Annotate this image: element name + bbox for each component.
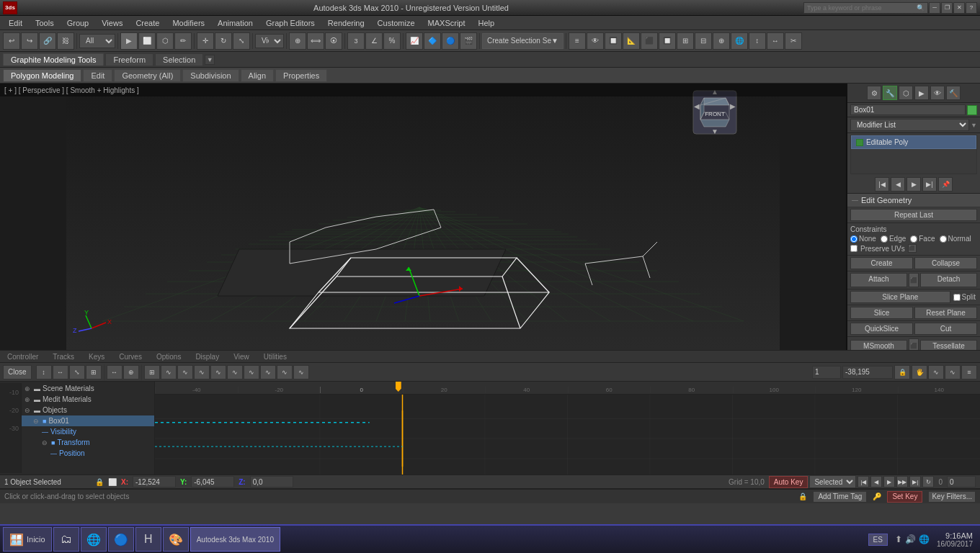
search-box[interactable]: 🔍 xyxy=(803,2,928,14)
toolbar-btn-6[interactable]: ⊟ xyxy=(695,32,712,50)
tl-func4[interactable]: ∿ xyxy=(210,365,226,379)
select-link-button[interactable]: 🔗 xyxy=(39,32,56,50)
key-icon[interactable]: 🔑 xyxy=(873,493,881,500)
close-button[interactable]: ✕ xyxy=(953,2,965,14)
constraint-none-radio[interactable]: None xyxy=(850,235,876,243)
tab-graphite-modeling-tools[interactable]: Graphite Modeling Tools xyxy=(3,53,104,66)
tl-func6[interactable]: ∿ xyxy=(244,365,259,379)
select-region-button[interactable]: ⬜ xyxy=(138,32,156,50)
undo-button[interactable]: ↩ xyxy=(3,32,20,50)
restore-button[interactable]: ❐ xyxy=(941,2,953,14)
tl-func7[interactable]: ∿ xyxy=(260,365,276,379)
menu-item-help[interactable]: Help xyxy=(473,17,501,29)
ctrl-view[interactable]: View xyxy=(229,353,254,361)
schematic-button[interactable]: 🔷 xyxy=(424,32,441,50)
x-coord-input[interactable] xyxy=(133,476,176,487)
key-filters-button[interactable]: Key Filters... xyxy=(928,491,976,503)
menu-item-create[interactable]: Create xyxy=(130,17,165,29)
scale-button[interactable]: ⤡ xyxy=(233,32,250,50)
tl-scroll[interactable]: ≡ xyxy=(961,365,977,379)
poly-tab-align[interactable]: Align xyxy=(241,69,274,82)
panel-icon-display2[interactable]: 👁 xyxy=(930,86,945,100)
tl-func3[interactable]: ∿ xyxy=(194,365,210,379)
taskbar-3dsmax-button[interactable]: Autodesk 3ds Max 2010 xyxy=(190,527,280,552)
toolbar-btn-1[interactable]: 🔲 xyxy=(605,32,622,50)
unlink-button[interactable]: ⛓ xyxy=(57,32,74,50)
select-lasso-button[interactable]: ⬡ xyxy=(156,32,174,50)
poly-tab-properties[interactable]: Properties xyxy=(275,69,327,82)
add-time-tag-button[interactable]: Add Time Tag xyxy=(813,491,867,503)
ctrl-curves[interactable]: Curves xyxy=(115,353,146,361)
menu-item-animation[interactable]: Animation xyxy=(212,17,259,29)
modifier-list-dropdown[interactable]: Modifier List xyxy=(850,119,969,131)
preserve-uvs-checkbox[interactable] xyxy=(850,245,858,252)
align-button[interactable]: ⦿ xyxy=(325,32,342,50)
ctrl-utilities[interactable]: Utilities xyxy=(259,353,291,361)
tl-next-key[interactable]: ▶| xyxy=(909,476,921,487)
slice-button[interactable]: Slice xyxy=(850,307,913,319)
toolbar-btn-5[interactable]: ⊞ xyxy=(677,32,694,50)
ctrl-options[interactable]: Options xyxy=(152,353,185,361)
collapse-button[interactable]: Collapse xyxy=(914,257,977,269)
tl-wave2[interactable]: ∿ xyxy=(945,365,961,379)
taskbar-btn-3[interactable]: 🔵 xyxy=(108,527,134,552)
tl-lock-icon[interactable]: 🔒 xyxy=(894,365,910,379)
poly-tab-polygon-modeling[interactable]: Polygon Modeling xyxy=(3,69,81,82)
lock-btn2[interactable]: 🔒 xyxy=(798,493,807,500)
constraint-normal-radio[interactable]: Normal xyxy=(940,235,971,243)
split-checkbox[interactable] xyxy=(953,294,961,301)
tl-move-horiz[interactable]: ↔ xyxy=(53,365,68,379)
filter-dropdown[interactable]: All xyxy=(79,34,115,48)
help-button[interactable]: ? xyxy=(966,2,977,14)
move-button[interactable]: ✛ xyxy=(197,32,214,50)
taskbar-btn-1[interactable]: 🗂 xyxy=(53,527,79,552)
tl-coord-input[interactable] xyxy=(842,366,893,379)
ctrl-tracks[interactable]: Tracks xyxy=(48,353,79,361)
slice-plane-button[interactable]: Slice Plane xyxy=(850,291,950,303)
panel-icon-utilities[interactable]: 🔨 xyxy=(946,86,961,100)
reset-plane-button[interactable]: Reset Plane xyxy=(914,307,977,319)
preserve-uvs-icon[interactable]: ⬛ xyxy=(908,244,917,253)
taskbar-btn-5[interactable]: 🎨 xyxy=(163,527,189,552)
tl-prev-frame[interactable]: ◀ xyxy=(870,476,882,487)
msmooth-button[interactable]: MSmooth xyxy=(850,340,907,351)
tl-insert[interactable]: ⊕ xyxy=(123,365,139,379)
menu-item-edit[interactable]: Edit xyxy=(3,17,28,29)
tl-func8[interactable]: ∿ xyxy=(277,365,293,379)
quickslice-button[interactable]: QuickSlice xyxy=(850,323,913,335)
poly-tab-edit[interactable]: Edit xyxy=(83,69,112,82)
tl-loop-btn[interactable]: ↻ xyxy=(922,476,934,487)
tl-wave1[interactable]: ∿ xyxy=(928,365,944,379)
tl-func9[interactable]: ∿ xyxy=(293,365,309,379)
tl-slide[interactable]: ↔ xyxy=(107,365,122,379)
tl-prev-key[interactable]: |◀ xyxy=(858,476,869,487)
taskbar-btn-2[interactable]: 🌐 xyxy=(81,527,107,552)
ctrl-controller[interactable]: Controller xyxy=(3,353,43,361)
repeat-last-button[interactable]: Repeat Last xyxy=(850,209,977,221)
menu-item-customize[interactable]: Customize xyxy=(372,17,421,29)
create-selection-button[interactable]: Create Selection Se▼ xyxy=(482,33,564,49)
start-button[interactable]: 🪟 Inicio xyxy=(3,527,52,552)
tab-close-button[interactable]: ▼ xyxy=(205,55,215,65)
object-name-input[interactable] xyxy=(850,104,966,115)
set-key-button[interactable]: Set Key xyxy=(887,491,922,503)
poly-tab-geometry-all[interactable]: Geometry (All) xyxy=(114,69,181,82)
tl-func5[interactable]: ∿ xyxy=(227,365,243,379)
redo-button[interactable]: ↪ xyxy=(21,32,38,50)
mirror-button[interactable]: ⟺ xyxy=(307,32,324,50)
editable-poly-item[interactable]: Editable Poly xyxy=(851,135,976,149)
ctrl-keys[interactable]: Keys xyxy=(84,353,109,361)
constraint-face-radio[interactable]: Face xyxy=(910,235,935,243)
object-color-swatch[interactable] xyxy=(967,105,977,115)
toolbar-btn-3[interactable]: ⬛ xyxy=(641,32,658,50)
tab-freeform[interactable]: Freeform xyxy=(105,53,153,66)
toolbar-btn-11[interactable]: ✂ xyxy=(785,32,802,50)
select-button[interactable]: ▶ xyxy=(120,32,138,50)
tl-resize[interactable]: ⤡ xyxy=(69,365,85,379)
panel-icon-modify[interactable]: 🔧 xyxy=(883,86,897,100)
tree-position[interactable]: — Position xyxy=(22,448,154,459)
minimize-button[interactable]: ─ xyxy=(929,2,940,14)
menu-item-tools[interactable]: Tools xyxy=(30,17,60,29)
tree-scene-materials[interactable]: ⊕ ▬ Scene Materials xyxy=(22,383,154,394)
lock-icon[interactable]: 🔒 xyxy=(95,478,104,486)
